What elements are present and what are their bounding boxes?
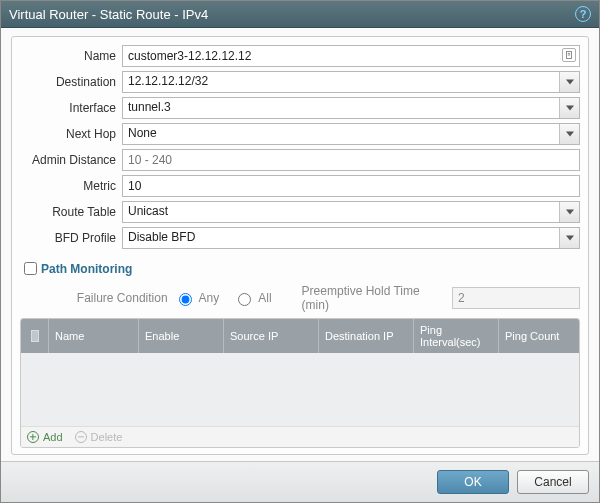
bfd-select[interactable]: Disable BFD — [122, 227, 580, 249]
metric-input[interactable] — [122, 175, 580, 197]
name-input[interactable] — [122, 45, 580, 67]
chevron-down-icon[interactable] — [559, 72, 579, 92]
help-icon[interactable]: ? — [575, 6, 591, 22]
titlebar: Virtual Router - Static Route - IPv4 ? — [1, 1, 599, 28]
radio-all[interactable]: All — [233, 290, 271, 306]
plus-icon — [27, 431, 39, 443]
dialog: Virtual Router - Static Route - IPv4 ? N… — [0, 0, 600, 503]
pathmon-header: Path Monitoring — [20, 259, 580, 278]
add-button[interactable]: Add — [27, 431, 63, 443]
minus-icon — [75, 431, 87, 443]
bfd-label: BFD Profile — [20, 231, 122, 245]
dialog-body: Name Destination 12.12.12.12/32 Interfac… — [1, 28, 599, 461]
grid-body-empty — [21, 353, 579, 426]
delete-button[interactable]: Delete — [75, 431, 123, 443]
preempt-input[interactable] — [452, 287, 580, 309]
pathmon-checkbox[interactable] — [24, 262, 37, 275]
metric-label: Metric — [20, 179, 122, 193]
grid-header: Name Enable Source IP Destination IP Pin… — [21, 319, 579, 353]
grid-selectall-checkbox[interactable] — [31, 330, 39, 342]
pathmon-title: Path Monitoring — [41, 262, 132, 276]
preempt-label: Preemptive Hold Time (min) — [302, 284, 446, 312]
button-bar: OK Cancel — [1, 461, 599, 502]
destination-label: Destination — [20, 75, 122, 89]
chevron-down-icon[interactable] — [559, 124, 579, 144]
routetable-select[interactable]: Unicast — [122, 201, 580, 223]
destination-input[interactable]: 12.12.12.12/32 — [122, 71, 580, 93]
col-ping-count[interactable]: Ping Count — [499, 319, 579, 353]
col-ping-interval[interactable]: Ping Interval(sec) — [414, 319, 499, 353]
nexthop-label: Next Hop — [20, 127, 122, 141]
interface-label: Interface — [20, 101, 122, 115]
radio-any-input[interactable] — [179, 293, 192, 306]
grid-footer: Add Delete — [21, 426, 579, 447]
chevron-down-icon[interactable] — [559, 98, 579, 118]
col-enable[interactable]: Enable — [139, 319, 224, 353]
routetable-label: Route Table — [20, 205, 122, 219]
col-destination-ip[interactable]: Destination IP — [319, 319, 414, 353]
dialog-title: Virtual Router - Static Route - IPv4 — [9, 7, 208, 22]
pathmon-grid: Name Enable Source IP Destination IP Pin… — [20, 318, 580, 448]
pathmon-options-row: Failure Condition Any All Preemptive Hol… — [20, 282, 580, 318]
preset-icon[interactable] — [562, 48, 576, 62]
interface-select[interactable]: tunnel.3 — [122, 97, 580, 119]
ok-button[interactable]: OK — [437, 470, 509, 494]
form-panel: Name Destination 12.12.12.12/32 Interfac… — [11, 36, 589, 455]
nexthop-select[interactable]: None — [122, 123, 580, 145]
admindist-input[interactable] — [122, 149, 580, 171]
col-source-ip[interactable]: Source IP — [224, 319, 319, 353]
chevron-down-icon[interactable] — [559, 228, 579, 248]
failure-label: Failure Condition — [20, 291, 174, 305]
admindist-label: Admin Distance — [20, 153, 122, 167]
radio-all-input[interactable] — [238, 293, 251, 306]
col-name[interactable]: Name — [49, 319, 139, 353]
chevron-down-icon[interactable] — [559, 202, 579, 222]
radio-any[interactable]: Any — [174, 290, 220, 306]
name-label: Name — [20, 49, 122, 63]
cancel-button[interactable]: Cancel — [517, 470, 589, 494]
